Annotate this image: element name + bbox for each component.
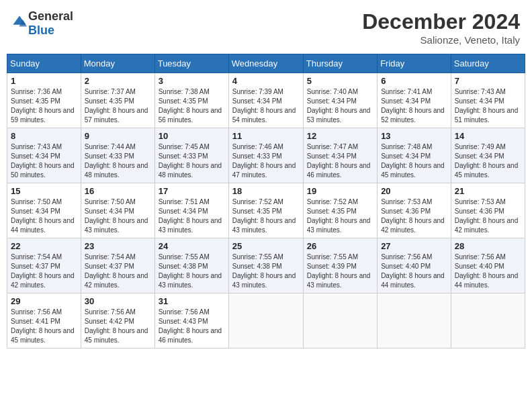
day-info: Sunrise: 7:53 AM Sunset: 4:36 PM Dayligh… [381,198,445,234]
day-info: Sunrise: 7:49 AM Sunset: 4:34 PM Dayligh… [455,143,519,179]
table-row: 2 Sunrise: 7:37 AM Sunset: 4:35 PM Dayli… [81,73,154,128]
day-number: 21 [455,186,521,196]
day-info: Sunrise: 7:41 AM Sunset: 4:34 PM Dayligh… [381,88,445,124]
table-row [451,293,525,349]
day-number: 26 [307,241,373,251]
col-thursday: Thursday [303,54,377,73]
day-info: Sunrise: 7:39 AM Sunset: 4:34 PM Dayligh… [232,88,296,124]
day-number: 14 [455,131,521,141]
table-row: 9 Sunrise: 7:44 AM Sunset: 4:33 PM Dayli… [81,128,154,183]
day-info: Sunrise: 7:56 AM Sunset: 4:41 PM Dayligh… [11,308,75,344]
col-tuesday: Tuesday [154,54,228,73]
location-title: Salionze, Veneto, Italy [362,34,520,46]
table-row [228,293,303,349]
table-row: 7 Sunrise: 7:43 AM Sunset: 4:34 PM Dayli… [451,73,525,128]
table-row: 10 Sunrise: 7:45 AM Sunset: 4:33 PM Dayl… [154,128,228,183]
table-row: 15 Sunrise: 7:50 AM Sunset: 4:34 PM Dayl… [7,183,81,238]
day-number: 13 [381,131,447,141]
day-info: Sunrise: 7:54 AM Sunset: 4:37 PM Dayligh… [85,253,148,289]
day-info: Sunrise: 7:43 AM Sunset: 4:34 PM Dayligh… [11,143,75,179]
day-info: Sunrise: 7:44 AM Sunset: 4:33 PM Dayligh… [85,143,148,179]
table-row: 26 Sunrise: 7:55 AM Sunset: 4:39 PM Dayl… [303,238,377,293]
table-row: 14 Sunrise: 7:49 AM Sunset: 4:34 PM Dayl… [451,128,525,183]
day-info: Sunrise: 7:53 AM Sunset: 4:36 PM Dayligh… [455,198,519,234]
day-info: Sunrise: 7:40 AM Sunset: 4:34 PM Dayligh… [307,88,371,124]
day-info: Sunrise: 7:36 AM Sunset: 4:35 PM Dayligh… [11,88,75,124]
table-row: 8 Sunrise: 7:43 AM Sunset: 4:34 PM Dayli… [7,128,81,183]
title-section: December 2024 Salionze, Veneto, Italy [362,9,520,46]
day-info: Sunrise: 7:38 AM Sunset: 4:35 PM Dayligh… [159,88,222,124]
day-info: Sunrise: 7:47 AM Sunset: 4:34 PM Dayligh… [307,143,371,179]
day-number: 28 [455,241,521,251]
table-row: 3 Sunrise: 7:38 AM Sunset: 4:35 PM Dayli… [154,73,228,128]
table-row: 1 Sunrise: 7:36 AM Sunset: 4:35 PM Dayli… [7,73,81,128]
day-info: Sunrise: 7:56 AM Sunset: 4:43 PM Dayligh… [159,308,222,344]
day-info: Sunrise: 7:48 AM Sunset: 4:34 PM Dayligh… [381,143,445,179]
col-sunday: Sunday [7,54,81,73]
day-number: 15 [11,186,77,196]
day-info: Sunrise: 7:55 AM Sunset: 4:39 PM Dayligh… [307,253,371,289]
table-row: 21 Sunrise: 7:53 AM Sunset: 4:36 PM Dayl… [451,183,525,238]
table-row: 29 Sunrise: 7:56 AM Sunset: 4:41 PM Dayl… [7,293,81,349]
day-number: 5 [307,76,373,86]
day-number: 7 [455,76,521,86]
table-row: 5 Sunrise: 7:40 AM Sunset: 4:34 PM Dayli… [303,73,377,128]
page-header: General Blue December 2024 Salionze, Ven… [7,7,525,48]
col-friday: Friday [378,54,451,73]
day-number: 4 [232,76,300,86]
day-info: Sunrise: 7:37 AM Sunset: 4:35 PM Dayligh… [85,88,148,124]
table-row: 17 Sunrise: 7:51 AM Sunset: 4:34 PM Dayl… [154,183,228,238]
day-number: 8 [11,131,77,141]
table-row: 20 Sunrise: 7:53 AM Sunset: 4:36 PM Dayl… [378,183,451,238]
table-row [303,293,377,349]
table-row: 22 Sunrise: 7:54 AM Sunset: 4:37 PM Dayl… [7,238,81,293]
month-title: December 2024 [362,9,520,34]
col-monday: Monday [81,54,154,73]
day-number: 10 [159,131,225,141]
day-number: 25 [232,241,300,251]
day-number: 9 [85,131,151,141]
day-number: 18 [232,186,300,196]
day-info: Sunrise: 7:56 AM Sunset: 4:42 PM Dayligh… [85,308,148,344]
day-info: Sunrise: 7:45 AM Sunset: 4:33 PM Dayligh… [159,143,222,179]
day-info: Sunrise: 7:43 AM Sunset: 4:34 PM Dayligh… [455,88,519,124]
col-wednesday: Wednesday [228,54,303,73]
table-row [378,293,451,349]
day-info: Sunrise: 7:50 AM Sunset: 4:34 PM Dayligh… [11,198,75,234]
day-number: 16 [85,186,151,196]
table-row: 4 Sunrise: 7:39 AM Sunset: 4:34 PM Dayli… [228,73,303,128]
day-number: 6 [381,76,447,86]
day-number: 3 [159,76,225,86]
day-number: 30 [85,296,151,306]
day-info: Sunrise: 7:52 AM Sunset: 4:35 PM Dayligh… [232,198,296,234]
table-row: 27 Sunrise: 7:56 AM Sunset: 4:40 PM Dayl… [378,238,451,293]
day-info: Sunrise: 7:52 AM Sunset: 4:35 PM Dayligh… [307,198,371,234]
table-row: 28 Sunrise: 7:56 AM Sunset: 4:40 PM Dayl… [451,238,525,293]
table-row: 18 Sunrise: 7:52 AM Sunset: 4:35 PM Dayl… [228,183,303,238]
table-row: 16 Sunrise: 7:50 AM Sunset: 4:34 PM Dayl… [81,183,154,238]
table-row: 31 Sunrise: 7:56 AM Sunset: 4:43 PM Dayl… [154,293,228,349]
day-info: Sunrise: 7:55 AM Sunset: 4:38 PM Dayligh… [159,253,222,289]
day-info: Sunrise: 7:46 AM Sunset: 4:33 PM Dayligh… [232,143,296,179]
day-number: 2 [85,76,151,86]
table-row: 6 Sunrise: 7:41 AM Sunset: 4:34 PM Dayli… [378,73,451,128]
day-number: 1 [11,76,77,86]
day-info: Sunrise: 7:51 AM Sunset: 4:34 PM Dayligh… [159,198,222,234]
table-row: 11 Sunrise: 7:46 AM Sunset: 4:33 PM Dayl… [228,128,303,183]
day-number: 29 [11,296,77,306]
day-number: 20 [381,186,447,196]
col-saturday: Saturday [451,54,525,73]
day-info: Sunrise: 7:55 AM Sunset: 4:38 PM Dayligh… [232,253,296,289]
table-row: 23 Sunrise: 7:54 AM Sunset: 4:37 PM Dayl… [81,238,154,293]
table-row: 24 Sunrise: 7:55 AM Sunset: 4:38 PM Dayl… [154,238,228,293]
table-row: 12 Sunrise: 7:47 AM Sunset: 4:34 PM Dayl… [303,128,377,183]
day-number: 17 [159,186,225,196]
table-row: 30 Sunrise: 7:56 AM Sunset: 4:42 PM Dayl… [81,293,154,349]
day-info: Sunrise: 7:56 AM Sunset: 4:40 PM Dayligh… [381,253,445,289]
day-number: 12 [307,131,373,141]
table-row: 13 Sunrise: 7:48 AM Sunset: 4:34 PM Dayl… [378,128,451,183]
logo-blue-text: Blue [28,24,54,37]
day-number: 11 [232,131,300,141]
logo: General Blue [12,9,73,38]
day-number: 19 [307,186,373,196]
